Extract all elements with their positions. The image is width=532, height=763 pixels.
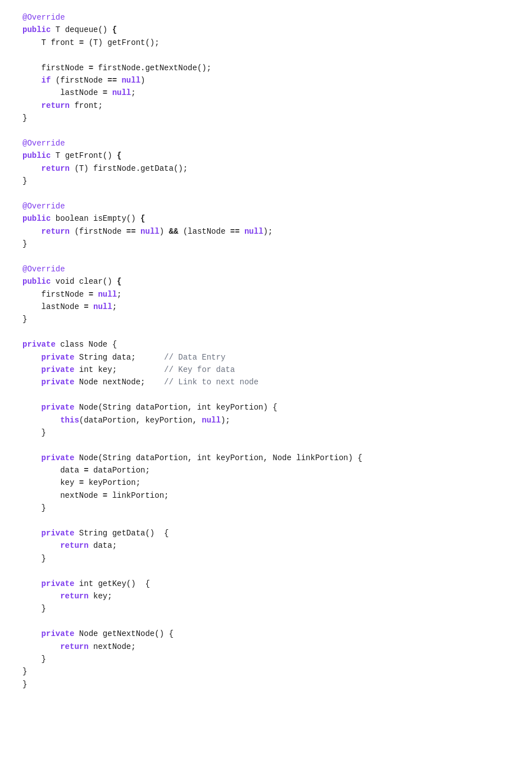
code-token: (firstNode xyxy=(70,227,126,236)
code-token: == xyxy=(230,227,240,236)
code-token: ) xyxy=(160,227,169,236)
code-token: (); xyxy=(145,38,159,47)
code-token: = xyxy=(103,88,112,97)
code-token xyxy=(22,76,42,85)
code-token: } xyxy=(22,239,27,248)
code-token: } xyxy=(22,315,27,324)
code-token: firstNode.getNextNode xyxy=(98,63,197,72)
code-token xyxy=(22,529,42,538)
code-line xyxy=(22,439,510,451)
code-token: (lastNode xyxy=(178,227,230,236)
code-token: null xyxy=(93,302,112,311)
code-token: null xyxy=(140,227,160,236)
code-token xyxy=(22,642,60,651)
code-token: () { xyxy=(154,629,174,638)
code-line: } xyxy=(22,602,510,615)
code-token xyxy=(22,403,42,412)
code-token: } xyxy=(22,176,27,185)
code-line: public T dequeue() { xyxy=(22,24,510,36)
code-token: // Data Entry xyxy=(164,353,225,362)
code-token: return xyxy=(60,642,88,651)
code-line: firstNode = firstNode.getNextNode(); xyxy=(22,62,510,74)
code-token: T front xyxy=(22,38,79,47)
code-line xyxy=(22,125,510,137)
code-token: ); xyxy=(221,416,230,425)
code-line: return data; xyxy=(22,539,510,552)
code-token: null xyxy=(121,76,140,85)
code-token xyxy=(22,592,60,601)
code-line: @Override xyxy=(22,200,510,212)
code-line xyxy=(22,49,510,61)
code-token: private xyxy=(42,579,75,588)
code-token: () xyxy=(98,25,107,34)
code-token: } xyxy=(22,667,27,676)
code-line xyxy=(22,389,510,401)
code-token: firstNode xyxy=(22,290,89,299)
code-token: () xyxy=(145,529,154,538)
code-token xyxy=(136,227,140,236)
code-token: private xyxy=(42,403,75,412)
code-token: int getKey xyxy=(74,579,126,588)
code-token: } xyxy=(22,554,46,563)
code-token: } xyxy=(22,428,46,437)
code-line: public void clear() { xyxy=(22,275,510,288)
code-token: void clear xyxy=(51,277,102,286)
code-token: dataPortion; xyxy=(93,466,150,475)
code-line: T front = (T) getFront(); xyxy=(22,37,510,49)
code-token: null xyxy=(202,416,221,425)
code-token xyxy=(22,416,60,425)
code-token: (dataPortion, keyPortion, xyxy=(79,416,202,425)
code-token: int key; xyxy=(74,365,164,374)
code-token: private xyxy=(42,365,75,374)
code-token: ) xyxy=(140,76,145,85)
code-line: } xyxy=(22,552,510,565)
code-token: { xyxy=(112,277,122,286)
code-token xyxy=(22,378,42,387)
code-token: private xyxy=(42,629,75,638)
code-line: return key; xyxy=(22,590,510,602)
code-token: Node nextNode; xyxy=(74,378,164,387)
code-line: private class Node { xyxy=(22,338,510,351)
code-token: Node(String dataPortion, int keyPortion,… xyxy=(74,453,362,462)
code-token: null xyxy=(112,88,131,97)
code-line: } xyxy=(22,665,510,678)
code-token: private xyxy=(42,453,75,462)
code-token: boolean isEmpty xyxy=(51,214,126,223)
code-token: null xyxy=(244,227,263,236)
code-line: return (T) firstNode.getData(); xyxy=(22,162,510,175)
code-line: } xyxy=(22,502,510,514)
code-line: @Override xyxy=(22,137,510,149)
code-token: } xyxy=(22,503,46,512)
code-token: public xyxy=(22,214,51,223)
code-token: = xyxy=(79,38,89,47)
code-line: return front; xyxy=(22,99,510,112)
code-token: T getFront xyxy=(51,151,102,160)
code-token: @Override xyxy=(22,265,65,274)
code-token: key; xyxy=(89,592,112,601)
code-token: data xyxy=(22,466,84,475)
code-token: null xyxy=(98,290,117,299)
code-line: private int getKey() { xyxy=(22,578,510,590)
code-token xyxy=(22,353,42,362)
code-token: keyPortion; xyxy=(89,478,140,487)
code-token: ; xyxy=(112,302,117,311)
code-line: private Node(String dataPortion, int key… xyxy=(22,401,510,414)
code-token xyxy=(22,365,42,374)
code-token: ; xyxy=(131,88,135,97)
code-line xyxy=(22,615,510,628)
code-line: key = keyPortion; xyxy=(22,476,510,489)
code-token: return xyxy=(42,227,70,236)
code-token: = xyxy=(89,290,98,299)
code-token: @Override xyxy=(22,202,65,211)
code-token: public xyxy=(22,25,51,34)
code-line xyxy=(22,187,510,199)
code-line: } xyxy=(22,112,510,124)
code-token: nextNode xyxy=(22,491,103,500)
code-token: { xyxy=(154,529,169,538)
code-token: Node(String dataPortion, int keyPortion)… xyxy=(74,403,277,412)
code-token: if xyxy=(42,76,51,85)
code-token: (T) firstNode.getData xyxy=(70,164,174,173)
code-token: { xyxy=(136,579,150,588)
code-token xyxy=(22,164,42,173)
code-line: } xyxy=(22,175,510,187)
